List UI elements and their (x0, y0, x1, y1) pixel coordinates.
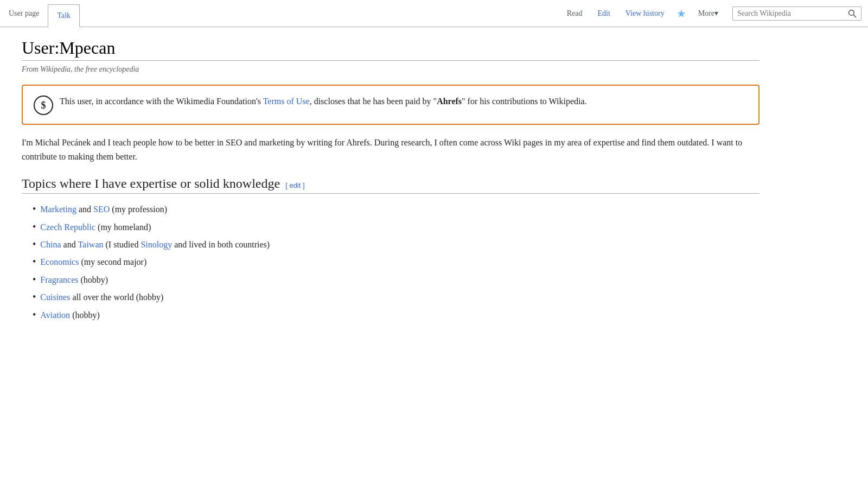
bullet-icon: • (33, 218, 36, 236)
sinology-link[interactable]: Sinology (141, 237, 172, 253)
ahrefs-bold: Ahrefs (437, 97, 462, 106)
edit-action[interactable]: Edit (590, 0, 617, 27)
cuisines-link[interactable]: Cuisines (40, 290, 70, 306)
view-history-action[interactable]: View history (618, 0, 672, 27)
china-link[interactable]: China (40, 237, 61, 253)
bullet-icon: • (33, 253, 36, 270)
top-navigation: User page Talk Read Edit View history ★ … (0, 0, 868, 27)
economics-link[interactable]: Economics (40, 255, 79, 270)
section-heading: Topics where I have expertise or solid k… (22, 176, 760, 194)
aviation-link[interactable]: Aviation (40, 308, 70, 323)
paid-notice-box: $ This user, in accordance with the Wiki… (22, 85, 760, 125)
list-item: • Marketing and SEO (my profession) (33, 200, 760, 218)
from-wiki-text: From Wikipedia, the free encyclopedia (22, 65, 760, 74)
section-edit-link[interactable]: [ edit ] (285, 181, 304, 189)
bullet-icon: • (33, 306, 36, 323)
tab-spacer (80, 0, 559, 27)
section-heading-text: Topics where I have expertise or solid k… (22, 176, 280, 191)
list-item: • Economics (my second major) (33, 253, 760, 270)
topic-list: • Marketing and SEO (my profession) • Cz… (33, 200, 760, 323)
body-paragraph: I'm Michal Pecánek and I teach people ho… (22, 136, 760, 163)
tab-talk[interactable]: Talk (48, 4, 80, 27)
search-icon (848, 9, 857, 18)
list-item: • Cuisines all over the world (hobby) (33, 288, 760, 306)
notice-text-after: , discloses that he has been paid by " (310, 97, 437, 106)
bullet-icon: • (33, 271, 36, 288)
bullet-icon: • (33, 200, 36, 218)
more-chevron-icon: ▾ (714, 9, 718, 18)
more-action[interactable]: More ▾ (691, 0, 726, 27)
notice-text: This user, in accordance with the Wikime… (60, 94, 748, 109)
svg-line-1 (853, 15, 856, 17)
terms-of-use-link[interactable]: Terms of Use (263, 97, 310, 106)
list-item: • Aviation (hobby) (33, 306, 760, 323)
read-action[interactable]: Read (559, 0, 590, 27)
marketing-link[interactable]: Marketing (40, 202, 76, 218)
bullet-icon: • (33, 236, 36, 253)
search-box (732, 7, 861, 21)
dollar-icon: $ (34, 96, 53, 115)
czech-republic-link[interactable]: Czech Republic (40, 220, 95, 236)
page-title: User:Mpecan (22, 38, 760, 61)
tab-user-page[interactable]: User page (0, 0, 48, 27)
more-label: More (698, 9, 714, 18)
seo-link[interactable]: SEO (93, 202, 110, 218)
notice-text-before: This user, in accordance with the Wikime… (60, 97, 263, 106)
search-input[interactable] (737, 7, 846, 20)
bullet-icon: • (33, 288, 36, 306)
search-button[interactable] (846, 8, 857, 19)
list-item: • Czech Republic (my homeland) (33, 218, 760, 236)
page-tabs: User page Talk (0, 0, 559, 27)
list-item: • China and Taiwan (I studied Sinology a… (33, 236, 760, 253)
list-item: • Fragrances (hobby) (33, 271, 760, 288)
watchlist-star-icon[interactable]: ★ (672, 7, 691, 20)
taiwan-link[interactable]: Taiwan (78, 237, 104, 253)
notice-text-end: " for his contributions to Wikipedia. (462, 97, 586, 106)
fragrances-link[interactable]: Fragrances (40, 272, 78, 288)
dollar-symbol: $ (41, 100, 46, 111)
nav-actions: Read Edit View history ★ More ▾ (559, 0, 868, 27)
main-content: User:Mpecan From Wikipedia, the free enc… (0, 27, 781, 345)
svg-point-0 (849, 10, 854, 15)
